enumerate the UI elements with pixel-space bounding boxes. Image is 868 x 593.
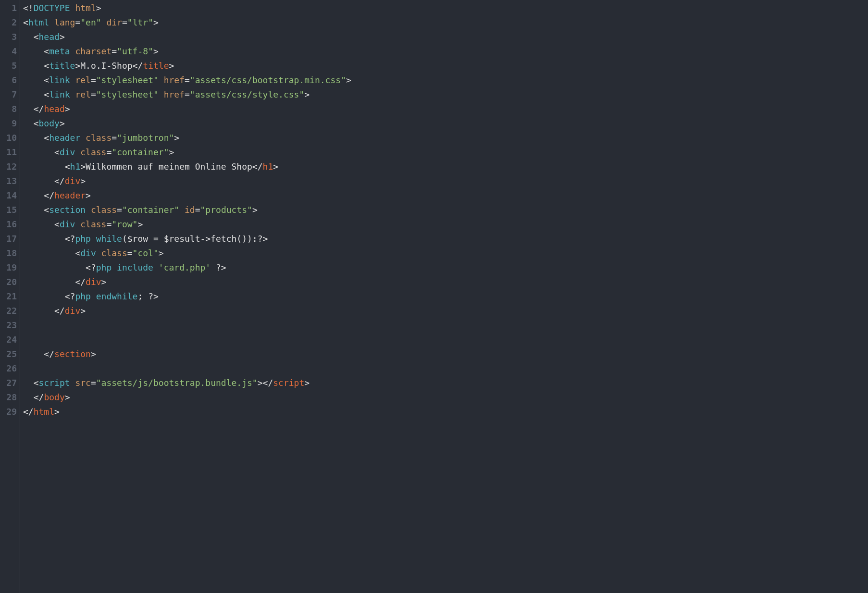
code-line[interactable]: <title>M.o.I-Shop</title> [23,59,868,73]
token-punct: > [96,3,101,13]
token-punct: > [65,104,70,114]
token-string: "assets/css/style.css" [190,89,304,99]
token-text [23,147,54,157]
code-text-area[interactable]: <!DOCTYPE html><html lang="en" dir="ltr"… [20,0,868,593]
code-line[interactable]: <?php while($row = $result->fetch()):?> [23,232,868,246]
token-punct: < [54,147,60,157]
token-tag-orange: div [65,176,81,186]
code-line[interactable]: <h1>Wilkommen auf meinem Online Shop</h1… [23,160,868,174]
token-string: "container" [122,205,179,215]
token-punct: = [127,248,133,258]
token-keyword: while [96,234,122,244]
token-punct: > [304,378,310,388]
code-line[interactable]: <!DOCTYPE html> [23,1,868,15]
token-punct: <? [65,291,75,301]
token-text [23,248,75,258]
code-line[interactable]: <head> [23,30,868,44]
token-punct: > [60,118,65,128]
token-text [112,262,117,272]
code-line[interactable]: </div> [23,174,868,188]
token-punct: <? [65,234,75,244]
token-punct: > [80,306,86,316]
token-attr: rel [75,89,91,99]
code-line[interactable]: <div class="col"> [23,246,868,260]
code-line[interactable]: </body> [23,390,868,405]
token-tag-blue: script [39,378,70,388]
token-text [23,75,44,85]
token-text [23,349,44,359]
code-line[interactable]: <?php endwhile; ?> [23,289,868,304]
token-text [70,378,75,388]
token-tag-blue: section [49,205,86,215]
token-punct: ?> [258,234,268,244]
code-line[interactable]: <link rel="stylesheet" href="assets/css/… [23,73,868,87]
token-punct: = [122,17,127,27]
code-line[interactable]: </div> [23,304,868,318]
code-line[interactable] [23,318,868,333]
line-number: 17 [0,232,20,246]
token-tag-blue: div [80,248,96,258]
token-punct: > [252,205,258,215]
token-attr: class [80,219,106,229]
line-number: 27 [0,376,20,390]
token-punct: = [91,378,96,388]
token-tag-orange: body [44,392,64,402]
line-number: 2 [0,15,20,30]
token-punct: </ [252,161,263,172]
code-line[interactable]: <script src="assets/js/bootstrap.bundle.… [23,376,868,390]
line-number: 25 [0,347,20,361]
token-punct: > [65,392,70,402]
token-text: Wilkommen auf meinem Online Shop [86,161,252,172]
code-line[interactable]: </div> [23,275,868,289]
token-punct: </ [44,190,54,200]
token-text [80,133,86,143]
token-text [23,89,44,99]
code-line[interactable]: <header class="jumbotron"> [23,131,868,145]
line-number: 5 [0,59,20,73]
code-line[interactable] [23,333,868,347]
line-number: 16 [0,217,20,232]
line-number: 23 [0,318,20,333]
token-punct: > [346,75,351,85]
line-number-gutter: 1234567891011121314151617181920212223242… [0,0,20,593]
token-punct: > [137,219,143,229]
token-text [23,61,44,71]
token-punct: </ [133,61,143,71]
token-punct: > [304,89,310,99]
token-text [96,248,101,258]
token-tag-blue: div [60,147,75,157]
token-punct: > [153,46,159,56]
code-line[interactable]: <?php include 'card.php' ?> [23,260,868,275]
line-number: 4 [0,44,20,59]
token-string: "utf-8" [117,46,153,56]
token-punct: = [106,219,112,229]
code-line[interactable]: <link rel="stylesheet" href="assets/css/… [23,87,868,102]
token-punct: > [91,349,96,359]
token-punct: < [23,17,28,27]
token-punct: > [101,277,107,287]
token-text [23,234,65,244]
token-text [49,17,54,27]
token-punct: < [34,378,39,388]
token-tag-orange: section [54,349,91,359]
code-line[interactable] [23,361,868,376]
code-line[interactable]: </section> [23,347,868,361]
token-text [159,75,164,85]
code-line[interactable]: <body> [23,116,868,131]
token-punct: </ [44,349,54,359]
token-tag-blue: php [96,262,112,272]
code-line[interactable]: <div class="row"> [23,217,868,232]
token-punct: < [65,161,70,172]
code-line[interactable]: <html lang="en" dir="ltr"> [23,15,868,30]
token-keyword: endwhile [96,291,138,301]
token-punct: > [159,248,164,258]
code-line[interactable]: </head> [23,102,868,116]
code-line[interactable]: </header> [23,188,868,203]
code-line[interactable]: <div class="container"> [23,145,868,160]
line-number: 11 [0,145,20,160]
token-punct: < [34,118,39,128]
code-line[interactable]: <meta charset="utf-8"> [23,44,868,59]
token-string: "container" [112,147,169,157]
code-line[interactable]: </html> [23,405,868,419]
code-line[interactable]: <section class="container" id="products"… [23,203,868,217]
